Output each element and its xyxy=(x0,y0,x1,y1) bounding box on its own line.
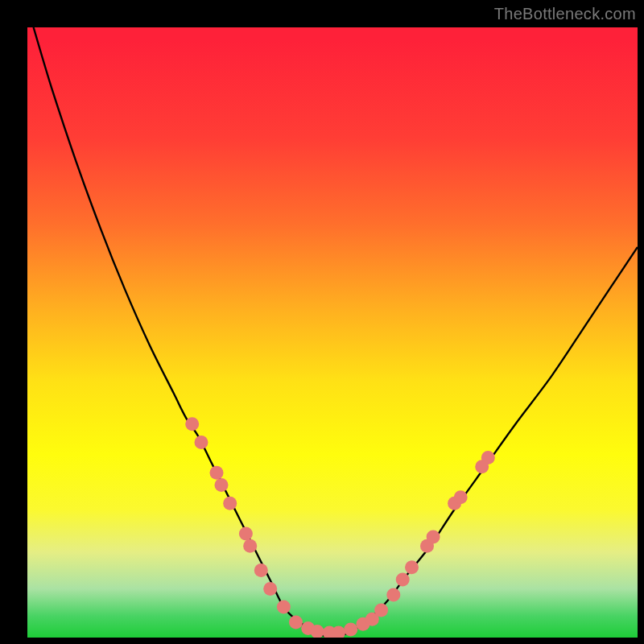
data-point xyxy=(239,527,253,541)
data-point xyxy=(454,490,468,504)
data-point xyxy=(405,560,419,574)
data-point xyxy=(254,564,268,577)
data-point xyxy=(277,601,291,614)
plot-area xyxy=(27,27,638,638)
data-point xyxy=(223,497,237,510)
data-point xyxy=(195,436,208,449)
data-point xyxy=(210,466,224,480)
bottleneck-curve xyxy=(34,27,638,638)
data-point xyxy=(481,451,495,464)
data-points xyxy=(185,417,495,638)
chart-frame: TheBottleneck.com xyxy=(0,0,644,644)
data-point xyxy=(185,417,199,431)
data-point xyxy=(396,573,410,587)
watermark-text: TheBottleneck.com xyxy=(494,5,636,23)
data-point xyxy=(215,478,229,492)
curve-group xyxy=(34,27,638,638)
data-point xyxy=(243,539,257,553)
bottleneck-curve-layer xyxy=(27,27,638,638)
data-point xyxy=(386,588,400,601)
data-point xyxy=(374,603,388,617)
data-point xyxy=(289,616,303,630)
data-point xyxy=(427,530,440,543)
data-point xyxy=(344,623,357,637)
data-point xyxy=(263,582,277,596)
